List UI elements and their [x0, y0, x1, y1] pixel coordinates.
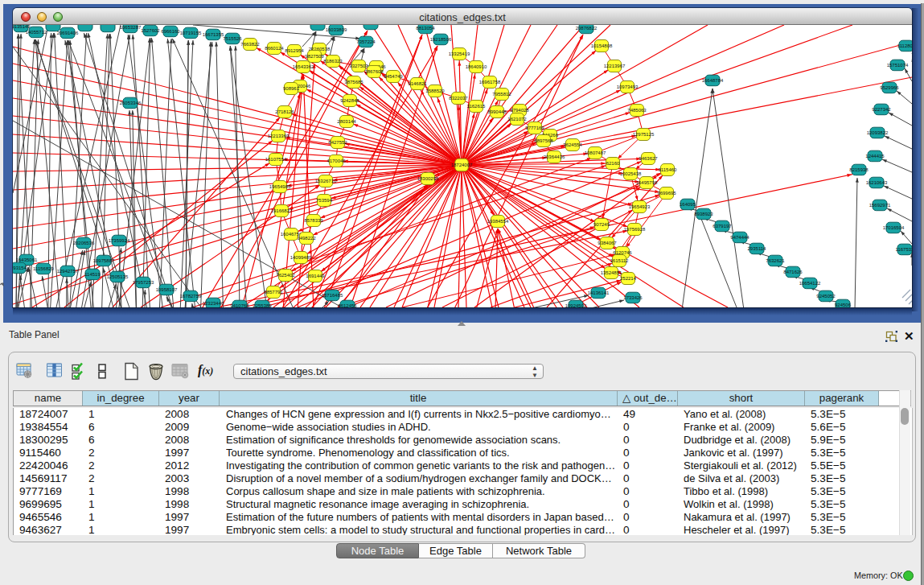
- svg-text:8660124: 8660124: [265, 46, 284, 51]
- svg-text:19654923: 19654923: [629, 204, 651, 209]
- svg-text:3624554: 3624554: [563, 142, 582, 147]
- svg-text:753594: 753594: [316, 198, 333, 203]
- svg-text:1162615: 1162615: [467, 104, 487, 109]
- svg-text:6794028: 6794028: [510, 108, 529, 113]
- svg-text:20876822: 20876822: [576, 26, 598, 31]
- svg-text:9115460: 9115460: [659, 167, 678, 172]
- svg-text:1167531: 1167531: [896, 247, 912, 252]
- svg-text:3498222: 3498222: [297, 236, 316, 241]
- svg-text:9474444: 9474444: [730, 235, 749, 240]
- svg-text:14099489: 14099489: [290, 255, 312, 260]
- svg-text:16961758: 16961758: [479, 80, 501, 84]
- svg-text:62160: 62160: [606, 161, 620, 166]
- svg-text:9242848: 9242848: [340, 98, 359, 103]
- svg-text:9463627: 9463627: [639, 156, 658, 161]
- svg-text:20364436: 20364436: [544, 154, 565, 159]
- svg-text:12213369: 12213369: [268, 134, 290, 138]
- svg-text:6966160: 6966160: [161, 29, 180, 34]
- svg-text:14136141: 14136141: [588, 290, 610, 295]
- svg-text:16495798: 16495798: [636, 180, 658, 185]
- svg-text:16671355: 16671355: [203, 32, 224, 37]
- svg-text:13524851: 13524851: [601, 270, 622, 275]
- svg-text:10975887: 10975887: [93, 258, 115, 263]
- svg-text:8186323: 8186323: [323, 59, 343, 64]
- svg-text:10973493: 10973493: [617, 84, 639, 89]
- svg-text:10807487: 10807487: [585, 150, 606, 155]
- svg-text:10958107: 10958107: [156, 287, 178, 292]
- svg-text:10154808: 10154808: [591, 43, 613, 48]
- svg-text:10924502: 10924502: [565, 303, 587, 307]
- svg-text:3875685: 3875685: [344, 80, 363, 84]
- svg-text:1588520: 1588520: [425, 89, 445, 93]
- svg-text:12323446: 12323446: [203, 301, 224, 306]
- svg-text:9384067: 9384067: [598, 241, 617, 245]
- svg-text:164095: 164095: [680, 202, 696, 207]
- svg-text:9327503: 9327503: [349, 64, 368, 68]
- svg-text:2867608: 2867608: [364, 69, 384, 74]
- svg-text:10719155: 10719155: [180, 31, 202, 35]
- svg-text:7357224: 7357224: [356, 39, 376, 44]
- svg-text:1691449: 1691449: [306, 274, 325, 278]
- svg-text:19654985: 19654985: [269, 184, 291, 189]
- svg-text:9827509: 9827509: [305, 54, 324, 59]
- svg-text:1733426: 1733426: [623, 295, 643, 300]
- svg-text:16782759: 16782759: [180, 294, 202, 299]
- svg-text:18300295: 18300295: [417, 176, 439, 181]
- svg-text:15751074: 15751074: [887, 63, 909, 68]
- svg-text:16210643: 16210643: [866, 180, 888, 185]
- svg-text:7663822: 7663822: [240, 42, 260, 47]
- svg-text:11156829: 11156829: [33, 266, 54, 271]
- svg-text:924506: 924506: [835, 303, 852, 307]
- svg-text:12975125: 12975125: [633, 132, 655, 137]
- svg-text:9857791: 9857791: [264, 290, 283, 295]
- svg-text:8322037: 8322037: [449, 96, 468, 101]
- svg-text:10654122: 10654122: [799, 281, 821, 286]
- svg-text:8471626: 8471626: [783, 270, 803, 274]
- svg-text:8454749: 8454749: [384, 74, 403, 79]
- svg-text:20691406: 20691406: [57, 31, 79, 35]
- svg-text:7632621: 7632621: [766, 258, 785, 263]
- svg-text:14055712: 14055712: [26, 30, 47, 35]
- svg-text:19756928: 19756928: [624, 227, 646, 232]
- svg-text:20206536: 20206536: [73, 241, 95, 245]
- svg-text:1112803: 1112803: [897, 43, 912, 48]
- svg-text:17957253: 17957253: [133, 280, 154, 285]
- svg-text:13325419: 13325419: [449, 51, 470, 56]
- svg-text:2718126: 2718126: [275, 109, 294, 114]
- svg-text:6897568: 6897568: [534, 138, 553, 143]
- svg-text:2803144: 2803144: [337, 119, 356, 124]
- svg-text:16033809: 16033809: [326, 27, 347, 32]
- svg-text:12505135: 12505135: [107, 274, 129, 279]
- svg-text:1527602: 1527602: [141, 28, 160, 33]
- svg-text:907249: 907249: [593, 222, 610, 227]
- svg-text:8813054: 8813054: [416, 26, 435, 31]
- svg-text:2255389: 2255389: [253, 303, 272, 307]
- svg-text:18724007: 18724007: [451, 163, 473, 167]
- svg-text:2935114: 2935114: [748, 246, 767, 251]
- svg-text:12093822: 12093822: [867, 130, 889, 135]
- svg-text:9227342: 9227342: [872, 107, 891, 112]
- svg-text:16435061: 16435061: [16, 257, 38, 262]
- svg-text:9245052: 9245052: [816, 294, 836, 299]
- svg-text:16543362: 16543362: [293, 64, 314, 69]
- svg-text:9777169: 9777169: [525, 126, 544, 130]
- svg-text:12213967: 12213967: [604, 64, 626, 68]
- svg-text:9699695: 9699695: [657, 191, 676, 196]
- svg-text:393154: 393154: [13, 266, 27, 270]
- svg-text:15716485: 15716485: [322, 293, 343, 298]
- svg-text:1244415: 1244415: [865, 154, 885, 159]
- svg-text:6379197: 6379197: [713, 224, 732, 229]
- svg-text:4170046: 4170046: [326, 159, 346, 163]
- svg-text:1615112: 1615112: [610, 258, 630, 263]
- svg-text:19166827: 19166827: [271, 208, 293, 213]
- svg-text:26053346: 26053346: [120, 101, 142, 105]
- svg-text:10653287: 10653287: [120, 25, 142, 30]
- svg-text:8578339: 8578339: [304, 218, 323, 223]
- svg-text:9410768: 9410768: [230, 303, 249, 307]
- svg-text:19218506: 19218506: [430, 37, 452, 42]
- svg-text:8990448: 8990448: [487, 109, 507, 114]
- svg-text:7955812: 7955812: [492, 92, 511, 97]
- svg-text:15326710: 15326710: [315, 179, 337, 183]
- svg-text:7625402: 7625402: [276, 273, 295, 278]
- svg-text:12942757: 12942757: [57, 269, 79, 274]
